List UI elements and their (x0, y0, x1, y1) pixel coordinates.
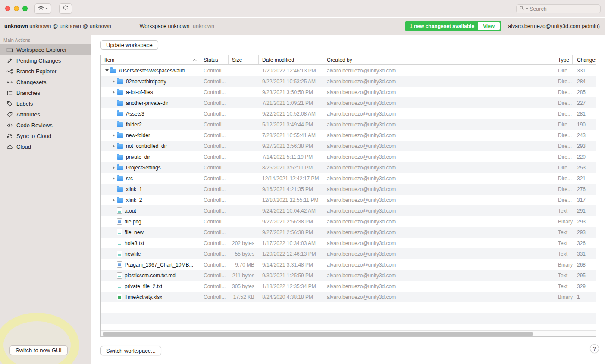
table-row[interactable]: new-folderControll...7/28/2021 10:55:41 … (101, 130, 596, 141)
switch-workspace-button[interactable]: Switch workspace... (100, 346, 161, 355)
search-input[interactable] (530, 6, 598, 12)
table-row[interactable]: private_dirControll...7/14/2021 5:11:19 … (101, 151, 596, 162)
file-icon (117, 229, 122, 235)
sidebar-item-cloud[interactable]: Cloud (0, 141, 91, 152)
item-name: xlink_1 (126, 186, 142, 192)
cell-changeset: 281 (573, 111, 596, 117)
table-row[interactable]: not_controlled_dirControll...9/27/2021 2… (101, 141, 596, 151)
table-row[interactable]: a-lot-of-filesControll...9/23/2021 3:50:… (101, 87, 596, 97)
table-row[interactable]: Assets3Controll...9/22/2021 10:52:08 AMa… (101, 108, 596, 119)
sidebar-item-code-reviews[interactable]: Code Reviews (0, 120, 91, 131)
cell-date-modified: 7/28/2021 10:55:41 AM (259, 132, 323, 138)
expander-closed-icon[interactable] (110, 78, 117, 85)
refresh-icon (63, 5, 69, 12)
cell-changeset: 276 (573, 186, 596, 192)
item-name: src (126, 176, 133, 182)
expander-closed-icon[interactable] (110, 197, 117, 203)
cell-item: not_controlled_dir (101, 143, 200, 149)
minimize-window-button[interactable] (14, 6, 19, 11)
table-row[interactable]: /Users/tester/wkspaces/valid...Controll.… (101, 65, 596, 76)
cell-changeset: 220 (573, 154, 596, 160)
folder-icon (117, 144, 123, 149)
cell-date-modified: 9/27/2021 2:56:38 PM (259, 143, 323, 149)
item-name: /Users/tester/wkspaces/valid... (119, 68, 189, 74)
table-row[interactable]: TimeActivity.xlsxControll...17.52 KB8/24… (101, 292, 596, 302)
table-row[interactable]: xlink_2Controll...12/10/2021 12:55:11 PM… (101, 195, 596, 205)
expander-closed-icon[interactable] (110, 164, 117, 171)
sidebar-item-attributes[interactable]: Attributes (0, 109, 91, 120)
table-row[interactable]: a.outControll...9/24/2021 10:04:42 AMalv… (101, 205, 596, 216)
expander-spacer (110, 207, 117, 214)
file-table: ItemStatusSizeDate modifiedCreated byTyp… (100, 55, 596, 337)
horizontal-scrollbar[interactable] (101, 330, 596, 336)
view-changeset-button[interactable]: View (478, 22, 500, 30)
update-workspace-button[interactable]: Update workspace (100, 40, 158, 50)
cell-status: Controll... (200, 78, 229, 85)
expander-closed-icon[interactable] (110, 89, 117, 95)
table-row[interactable]: srcControll...12/14/2021 12:42:17 PMalva… (101, 173, 596, 184)
expander-open-icon[interactable] (103, 67, 110, 74)
sidebar-item-branch-explorer[interactable]: Branch Explorer (0, 66, 91, 77)
table-row[interactable]: hola3.txtControll...202 bytes1/17/2022 1… (101, 238, 596, 248)
cell-date-modified: 1/20/2022 12:46:13 PM (259, 68, 323, 74)
cell-created-by: alvaro.berruezo@unity3d.com (323, 294, 556, 300)
table-row[interactable]: plasticscm.com.txt.mdControll...211 byte… (101, 270, 596, 281)
cell-created-by: alvaro.berruezo@unity3d.com (323, 154, 556, 160)
column-header-changeset[interactable]: Changeset (573, 55, 596, 64)
table-row[interactable]: file_newControll...9/27/2021 2:56:38 PMa… (101, 227, 596, 238)
cell-type: Dire... (556, 100, 573, 106)
sidebar-item-sync-to-cloud[interactable]: Sync to Cloud (0, 131, 91, 141)
column-header-size[interactable]: Size (229, 55, 259, 64)
cell-type: Dire... (556, 197, 573, 203)
item-name: file_new (125, 229, 144, 235)
expander-spacer (110, 110, 117, 117)
column-header-status[interactable]: Status (200, 55, 229, 64)
close-window-button[interactable] (5, 6, 10, 11)
expander-closed-icon[interactable] (110, 143, 117, 149)
sidebar-item-workspace-explorer[interactable]: Workspace Explorer (0, 44, 91, 55)
table-row[interactable]: xlink_1Controll...9/16/2021 4:21:35 PMal… (101, 184, 596, 195)
cell-created-by: alvaro.berruezo@unity3d.com (323, 186, 556, 192)
file-image-icon (117, 261, 122, 268)
pencil-icon (6, 57, 13, 64)
table-row[interactable]: another-private-dirControll...7/21/2021 … (101, 97, 596, 108)
window-controls (5, 6, 28, 11)
annotation-highlight (0, 313, 79, 364)
table-row[interactable]: private_file_2.txtControll...305 bytes1/… (101, 281, 596, 292)
refresh-button[interactable] (59, 3, 72, 14)
cell-size: 305 bytes (229, 283, 259, 289)
expander-closed-icon[interactable] (110, 132, 117, 138)
cell-type: Text (556, 273, 573, 279)
table-row[interactable]: folder2Controll...5/12/2021 3:49:44 PMal… (101, 119, 596, 130)
table-row[interactable]: file.pngControll...9/27/2021 2:56:38 PMa… (101, 216, 596, 227)
sidebar-item-branches[interactable]: Branches (0, 88, 91, 98)
search-field[interactable] (516, 4, 601, 13)
cell-type: Dire... (556, 89, 573, 95)
column-header-created-by[interactable]: Created by (323, 55, 556, 64)
settings-button[interactable] (34, 3, 51, 14)
zoom-window-button[interactable] (22, 6, 28, 11)
expander-closed-icon[interactable] (110, 175, 117, 182)
table-row[interactable]: newfileControll...55 bytes1/20/2022 12:4… (101, 248, 596, 259)
expander-spacer (110, 283, 117, 289)
search-icon (519, 6, 524, 12)
column-header-type[interactable]: Type (556, 55, 573, 64)
scrollbar-thumb[interactable] (103, 332, 533, 336)
empty-table-row (101, 324, 596, 330)
cell-status: Controll... (200, 154, 229, 160)
cell-date-modified: 9/16/2021 4:21:35 PM (259, 186, 323, 192)
sidebar-item-changesets[interactable]: Changesets (0, 77, 91, 88)
sidebar-item-pending-changes[interactable]: Pending Changes (0, 55, 91, 66)
cell-created-by: alvaro.berruezo@unity3d.com (323, 197, 556, 203)
help-button[interactable]: ? (590, 344, 599, 353)
sidebar-item-labels[interactable]: Labels (0, 98, 91, 109)
switch-to-new-gui-button[interactable]: Switch to new GUI (9, 345, 68, 355)
column-header-date-modified[interactable]: Date modified (259, 55, 323, 64)
table-row[interactable]: Pizigani_1367_Chart_10MB...Controll...9.… (101, 259, 596, 270)
cell-date-modified: 1/17/2022 10:34:03 AM (259, 240, 323, 246)
expander-spacer (110, 240, 117, 246)
table-row[interactable]: 02nervathirdpartyControll...9/22/2021 10… (101, 76, 596, 87)
table-row[interactable]: ProjectSettingsControll...8/25/2021 3:52… (101, 162, 596, 173)
column-header-item[interactable]: Item (101, 55, 200, 64)
item-name: ProjectSettings (126, 165, 161, 171)
